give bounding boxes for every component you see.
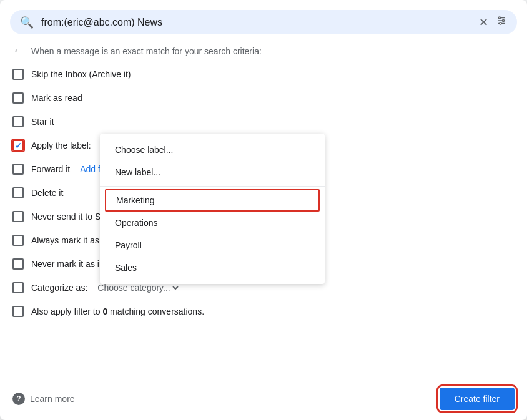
checkbox-never-spam[interactable] <box>12 211 24 222</box>
dropdown-new-label[interactable]: New label... <box>100 161 325 183</box>
help-label: Learn more <box>30 394 75 404</box>
checkbox-never-mark[interactable] <box>12 258 24 270</box>
checkbox-apply-label[interactable] <box>12 140 24 151</box>
help-icon: ? <box>12 393 25 405</box>
label-apply-label: Apply the label: <box>31 140 91 150</box>
close-icon[interactable]: ✕ <box>479 16 488 29</box>
dropdown-divider <box>100 186 325 187</box>
search-bar: 🔍 from:(eric@abc.com) News ✕ <box>10 10 517 34</box>
dropdown-sales[interactable]: Sales <box>100 256 325 279</box>
label-mark-read: Mark as read <box>31 93 82 103</box>
back-icon[interactable]: ← <box>12 44 24 57</box>
help-row[interactable]: ? Learn more <box>12 393 75 405</box>
search-icon: 🔍 <box>20 16 34 29</box>
dropdown-payroll[interactable]: Payroll <box>100 234 325 256</box>
checkbox-delete-it[interactable] <box>12 187 24 198</box>
checkbox-star-it[interactable] <box>12 116 24 127</box>
svg-point-3 <box>499 17 501 19</box>
option-apply-label: Apply the label: Choose label... New lab… <box>12 134 515 157</box>
dropdown-operations[interactable]: Operations <box>100 212 325 234</box>
label-categorize: Categorize as: <box>31 283 87 293</box>
label-forward-it: Forward it <box>31 164 70 174</box>
checkbox-always-mark[interactable] <box>12 235 24 246</box>
dialog-footer: ? Learn more Create filter <box>0 378 527 420</box>
label-star-it: Star it <box>31 117 54 127</box>
label-dropdown: Choose label... New label... Marketing O… <box>100 134 325 284</box>
checkbox-also-apply[interactable] <box>12 306 24 317</box>
option-star-it: Star it <box>12 110 515 134</box>
tune-icon[interactable] <box>496 15 507 29</box>
subtitle-text: When a message is an exact match for you… <box>31 46 262 56</box>
checkbox-forward-it[interactable] <box>12 164 24 175</box>
dropdown-choose-label[interactable]: Choose label... <box>100 139 325 161</box>
svg-point-5 <box>500 22 501 24</box>
subtitle-row: ← When a message is an exact match for y… <box>0 34 527 62</box>
svg-point-4 <box>503 20 505 22</box>
also-apply-row: Also apply filter to 0 matching conversa… <box>12 300 515 323</box>
label-delete-it: Delete it <box>31 188 63 198</box>
search-query: from:(eric@abc.com) News <box>41 17 471 28</box>
options-list: Skip the Inbox (Archive it) Mark as read… <box>0 62 527 323</box>
create-filter-button[interactable]: Create filter <box>440 388 515 410</box>
checkbox-categorize[interactable] <box>12 282 24 293</box>
filter-dialog: 🔍 from:(eric@abc.com) News ✕ ← When a me… <box>0 0 527 420</box>
label-also-apply: Also apply filter to 0 matching conversa… <box>31 306 204 316</box>
option-skip-inbox: Skip the Inbox (Archive it) <box>12 62 515 86</box>
checkbox-mark-read[interactable] <box>12 92 24 104</box>
option-mark-read: Mark as read <box>12 86 515 110</box>
label-skip-inbox: Skip the Inbox (Archive it) <box>31 69 131 79</box>
checkbox-skip-inbox[interactable] <box>12 69 24 80</box>
dropdown-marketing[interactable]: Marketing <box>105 189 320 212</box>
